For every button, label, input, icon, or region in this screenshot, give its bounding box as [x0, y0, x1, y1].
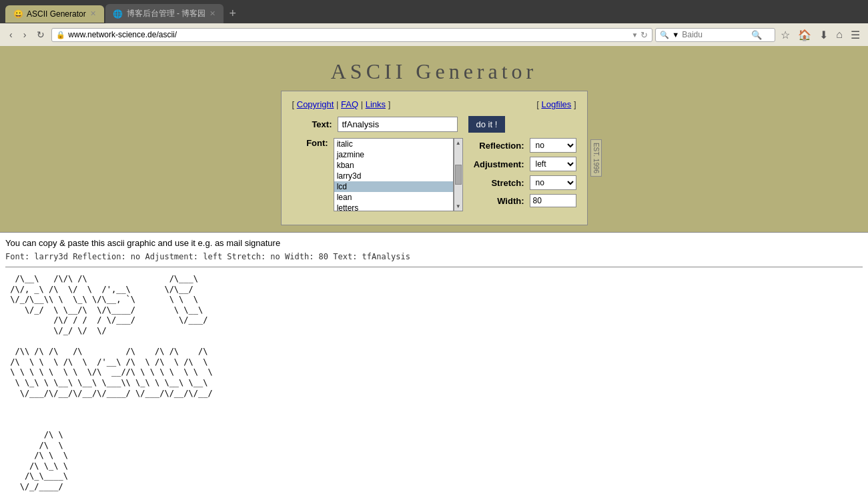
links-link[interactable]: Links: [366, 99, 386, 109]
tab-label-ascii: ASCII Generator: [27, 9, 86, 19]
font-item-jazmine[interactable]: jazmine: [334, 149, 453, 160]
stretch-select[interactable]: no yes: [530, 175, 576, 190]
do-it-button[interactable]: do it !: [468, 116, 506, 133]
menu-button[interactable]: ☰: [848, 27, 863, 43]
logfiles-link[interactable]: Logfiles: [541, 99, 571, 109]
nav-links: [ Copyright | FAQ | Links ] [ Logfiles ]: [292, 99, 576, 109]
nav-links-right: [ Logfiles ]: [536, 99, 576, 109]
tab-close-blog[interactable]: ✕: [209, 9, 215, 18]
search-engine-icon: 🔍: [660, 31, 669, 39]
est-badge: EST. 1996: [590, 139, 602, 177]
tab-label-blog: 博客后台管理 - 博客园: [127, 8, 206, 19]
ascii-output[interactable]: /\__\ /\/\ /\ /\___\ /\/, _\ /\ \/ \ /',…: [5, 271, 863, 495]
tab-close-ascii[interactable]: ✕: [90, 9, 96, 18]
scrollbar-down-arrow[interactable]: ▼: [454, 202, 462, 211]
new-tab-button[interactable]: +: [225, 7, 240, 21]
main-box: [ Copyright | FAQ | Links ] [ Logfiles ]…: [281, 91, 588, 225]
tab-ascii-generator[interactable]: 😀 ASCII Generator ✕: [5, 5, 104, 23]
output-divider: [5, 267, 863, 267]
page-title-area: ASCII Generator: [0, 46, 868, 91]
url-dropdown-icon[interactable]: ▼: [631, 31, 638, 39]
url-bar-wrap[interactable]: 🔒 ▼ ↻: [51, 28, 653, 42]
reload-icon[interactable]: ↻: [640, 30, 648, 40]
bookmark-star-button[interactable]: ☆: [778, 27, 793, 43]
font-row: Font: italic jazmine kban larry3d lcd le…: [292, 138, 576, 211]
sep2: |: [361, 99, 366, 109]
page-content: ASCII Generator [ Copyright | FAQ | Link…: [0, 46, 868, 496]
scrollbar-thumb[interactable]: [455, 165, 462, 185]
font-item-larry3d[interactable]: larry3d: [334, 171, 453, 181]
font-item-italic[interactable]: italic: [334, 139, 453, 149]
bracket-right2: ]: [574, 99, 576, 109]
font-listbox-wrap: italic jazmine kban larry3d lcd lean let…: [334, 138, 463, 211]
url-icon: 🔒: [56, 31, 65, 39]
font-scrollbar[interactable]: ▲ ▼: [454, 138, 463, 211]
font-item-letters[interactable]: letters: [334, 203, 453, 211]
nav-links-left: [ Copyright | FAQ | Links ]: [292, 99, 391, 109]
home-button[interactable]: 🏠: [795, 27, 814, 43]
stretch-label: Stretch:: [474, 178, 524, 188]
tab-bar: 😀 ASCII Generator ✕ 🌐 博客后台管理 - 博客园 ✕ +: [0, 0, 868, 23]
faq-link[interactable]: FAQ: [341, 99, 358, 109]
width-label: Width:: [474, 196, 524, 206]
reflection-select[interactable]: no yes: [530, 138, 576, 153]
settings-grid: Reflection: no yes Adjustment: left cent…: [474, 138, 576, 207]
adjustment-select[interactable]: left center right: [530, 157, 576, 171]
text-row: Text: do it !: [292, 116, 576, 133]
font-select-wrap: italic jazmine kban larry3d lcd lean let…: [334, 138, 463, 211]
font-item-kban[interactable]: kban: [334, 160, 453, 171]
url-bar[interactable]: [68, 30, 628, 39]
search-input[interactable]: [682, 30, 749, 39]
text-input[interactable]: [338, 117, 458, 132]
output-area: You can copy & paste this ascii graphic …: [0, 232, 868, 496]
font-item-lean[interactable]: lean: [334, 192, 453, 203]
text-label: Text:: [292, 119, 332, 129]
search-submit-icon[interactable]: 🔍: [751, 30, 762, 40]
nav-bar: ‹ › ↻ 🔒 ▼ ↻ 🔍 ▼ 🔍 ☆ 🏠 ⬇ ⌂ ☰: [0, 23, 868, 46]
browser-chrome: 😀 ASCII Generator ✕ 🌐 博客后台管理 - 博客园 ✕ + ‹…: [0, 0, 868, 46]
refresh-button[interactable]: ↻: [33, 27, 49, 43]
output-note: You can copy & paste this ascii graphic …: [5, 238, 863, 248]
bracket-left: [: [292, 99, 295, 109]
adjustment-label: Adjustment:: [474, 159, 524, 169]
home-btn2[interactable]: ⌂: [833, 27, 845, 43]
tab-icon-ascii: 😀: [13, 9, 23, 19]
bracket-right: ]: [388, 99, 391, 109]
scrollbar-up-arrow[interactable]: ▲: [454, 139, 462, 147]
font-item-lcd[interactable]: lcd: [334, 181, 453, 192]
output-meta: Font: larry3d Reflection: no Adjustment:…: [5, 252, 863, 261]
page-title: ASCII Generator: [0, 59, 868, 84]
reflection-label: Reflection:: [474, 141, 524, 151]
font-listbox[interactable]: italic jazmine kban larry3d lcd lean let…: [334, 138, 454, 211]
search-bar-wrap[interactable]: 🔍 ▼ 🔍: [655, 28, 775, 42]
tab-icon-blog: 🌐: [113, 9, 123, 19]
width-input[interactable]: [530, 194, 576, 207]
forward-button[interactable]: ›: [19, 27, 31, 43]
bracket-left2: [: [536, 99, 539, 109]
search-engine-logo: ▼: [672, 31, 679, 39]
nav-actions: ☆ 🏠 ⬇ ⌂ ☰: [778, 27, 863, 43]
sep1: |: [336, 99, 341, 109]
download-button[interactable]: ⬇: [817, 27, 831, 43]
copyright-link[interactable]: Copyright: [297, 99, 334, 109]
font-label: Font:: [292, 138, 328, 148]
tab-blog[interactable]: 🌐 博客后台管理 - 博客园 ✕: [105, 4, 224, 23]
back-button[interactable]: ‹: [5, 27, 17, 43]
